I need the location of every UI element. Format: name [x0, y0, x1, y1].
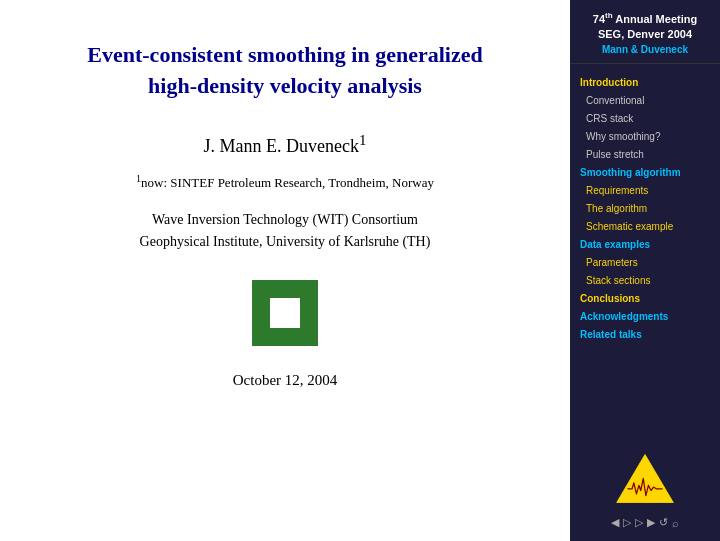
nav-schematic-example[interactable]: Schematic example	[576, 218, 714, 235]
presentation-title: Event-consistent smoothing in generalize…	[87, 40, 482, 102]
nav-acknowledgments[interactable]: Acknowledgments	[576, 308, 714, 325]
nav-introduction[interactable]: Introduction	[576, 74, 714, 91]
nav-loop-icon[interactable]: ↺	[659, 516, 668, 529]
sidebar-footer: ◀ ▷ ▷ ▶ ↺ ⌕	[570, 441, 720, 541]
nav-requirements[interactable]: Requirements	[576, 182, 714, 199]
nav-prev-icon[interactable]: ▷	[623, 516, 631, 529]
authors-line: J. Mann E. Duveneck1	[204, 132, 367, 157]
nav-pulse-stretch[interactable]: Pulse stretch	[576, 146, 714, 163]
svg-rect-1	[270, 298, 300, 328]
nav-search-icon[interactable]: ⌕	[672, 517, 679, 529]
nav-forward-icon[interactable]: ▶	[647, 516, 655, 529]
affiliation-line: 1now: SINTEF Petroleum Research, Trondhe…	[136, 173, 434, 191]
nav-next-icon[interactable]: ▷	[635, 516, 643, 529]
nav-conclusions[interactable]: Conclusions	[576, 290, 714, 307]
nav-stack-sections[interactable]: Stack sections	[576, 272, 714, 289]
nav-back-icon[interactable]: ◀	[611, 516, 619, 529]
nav-conventional[interactable]: Conventional	[576, 92, 714, 109]
sidebar: 74th Annual Meeting SEG, Denver 2004 Man…	[570, 0, 720, 541]
nav-data-examples[interactable]: Data examples	[576, 236, 714, 253]
meeting-title: 74th Annual Meeting SEG, Denver 2004	[578, 10, 712, 42]
sidebar-authors: Mann & Duveneck	[578, 44, 712, 55]
bottom-navigation: ◀ ▷ ▷ ▶ ↺ ⌕	[611, 512, 679, 533]
institution-text: Wave Inversion Technology (WIT) Consorti…	[140, 209, 431, 254]
main-panel: Event-consistent smoothing in generalize…	[0, 0, 570, 541]
presentation-date: October 12, 2004	[233, 372, 338, 389]
nav-parameters[interactable]: Parameters	[576, 254, 714, 271]
nav-related-talks[interactable]: Related talks	[576, 326, 714, 343]
nav-why-smoothing[interactable]: Why smoothing?	[576, 128, 714, 145]
sidebar-navigation: Introduction Conventional CRS stack Why …	[570, 64, 720, 441]
seg-logo	[615, 451, 675, 506]
nav-crs-stack[interactable]: CRS stack	[576, 110, 714, 127]
wit-logo	[250, 278, 320, 348]
nav-the-algorithm[interactable]: The algorithm	[576, 200, 714, 217]
nav-smoothing-algorithm[interactable]: Smoothing algorithm	[576, 164, 714, 181]
svg-marker-2	[617, 455, 674, 503]
sidebar-header: 74th Annual Meeting SEG, Denver 2004 Man…	[570, 0, 720, 64]
